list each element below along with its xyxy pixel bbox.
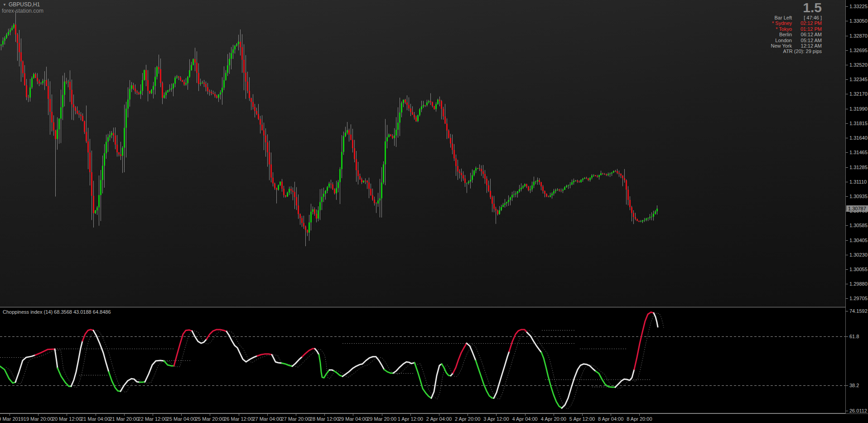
info-row-label: London xyxy=(718,38,792,43)
price-tick xyxy=(846,152,848,153)
symbol-title: GBPUSD,H1 xyxy=(9,1,40,8)
price-tick xyxy=(846,123,848,124)
price-tick xyxy=(846,411,848,411)
time-tick xyxy=(468,414,468,416)
time-tick-label: 4 Apr 20:00 xyxy=(541,416,566,422)
time-axis[interactable]: 19 Mar 201919 Mar 20:0020 Mar 12:0021 Ma… xyxy=(0,413,868,423)
time-tick-label: 27 Mar 04:00 xyxy=(252,416,282,422)
price-tick xyxy=(846,311,848,311)
time-tick-label: 20 Mar 12:00 xyxy=(52,416,82,422)
info-row: Bar Left[ 47:46 ] xyxy=(718,15,822,20)
market-info-panel: 1.5 Bar Left[ 47:46 ]* Sydney02:12 PM* T… xyxy=(718,1,822,54)
info-row: New York12:12 AM xyxy=(718,43,822,49)
price-tick-label: 1.32170 xyxy=(849,91,868,97)
time-tick-label: 2 Apr 04:00 xyxy=(426,416,452,422)
time-tick-label: 22 Mar 12:00 xyxy=(138,416,168,422)
info-row-value: 12:12 AM xyxy=(792,43,822,49)
price-tick xyxy=(846,255,848,255)
choppiness-indicator-pane[interactable] xyxy=(0,307,845,413)
info-row: * Tokyo01:12 PM xyxy=(718,26,822,32)
time-tick-label: 4 Apr 04:00 xyxy=(512,416,537,422)
time-tick-label: 21 Mar 20:00 xyxy=(109,416,139,422)
price-tick-label: 26.0112 xyxy=(849,408,867,413)
info-row-label: Berlin xyxy=(718,32,792,37)
time-tick-label: 8 Apr 20:00 xyxy=(627,416,652,422)
price-tick xyxy=(846,298,848,299)
time-tick xyxy=(382,414,382,416)
time-tick xyxy=(67,414,67,416)
price-tick-label: 1.32695 xyxy=(849,48,868,53)
price-tick xyxy=(846,269,848,270)
price-tick xyxy=(846,385,848,386)
time-tick xyxy=(439,414,439,416)
price-tick-label: 1.30585 xyxy=(849,223,868,228)
price-tick-label: 74.1592 xyxy=(849,308,868,314)
indicator-title: Choppiness index (14) 68.3568 43.0188 64… xyxy=(3,309,111,315)
price-chart-pane[interactable]: ▼ GBPUSD,H1 forex-station.com 1.5 Bar Le… xyxy=(0,0,845,307)
info-row-value: 01:12 PM xyxy=(792,26,822,32)
time-tick xyxy=(96,414,96,416)
price-tick-label: 1.32520 xyxy=(849,62,868,68)
price-tick xyxy=(846,167,848,168)
chart-window: ▼ GBPUSD,H1 forex-station.com 1.5 Bar Le… xyxy=(0,0,868,423)
price-tick xyxy=(846,284,848,284)
time-tick xyxy=(496,414,497,416)
price-tick xyxy=(846,240,848,241)
time-tick xyxy=(611,414,611,416)
info-row-label: Bar Left xyxy=(718,15,792,20)
time-tick xyxy=(639,414,640,416)
symbol-dropdown[interactable]: ▼ GBPUSD,H1 xyxy=(3,1,40,8)
chevron-down-icon: ▼ xyxy=(3,3,6,7)
price-tick-label: 1.32870 xyxy=(849,33,868,39)
price-tick-label: 61.8 xyxy=(849,334,859,339)
price-tick-label: 1.30055 xyxy=(849,267,868,272)
price-tick xyxy=(846,6,848,7)
info-row: Berlin06:12 AM xyxy=(718,32,822,37)
info-row-label: New York xyxy=(718,43,792,49)
price-tick xyxy=(846,109,848,109)
time-tick-label: 19 Mar 20:00 xyxy=(24,416,53,422)
info-row-label: * Tokyo xyxy=(718,26,792,32)
info-row: London05:12 AM xyxy=(718,38,822,43)
price-tick xyxy=(846,138,848,138)
time-tick xyxy=(324,414,325,416)
time-tick xyxy=(124,414,125,416)
current-price-box: 1.30787 xyxy=(846,205,868,212)
info-row: * Sydney02:12 PM xyxy=(718,20,822,26)
price-tick-label: 1.30230 xyxy=(849,252,868,258)
session-clock-rows: Bar Left[ 47:46 ]* Sydney02:12 PM* Tokyo… xyxy=(718,15,822,49)
time-tick-label: 25 Mar 04:00 xyxy=(167,416,196,422)
price-tick-label: 1.32345 xyxy=(849,77,868,82)
price-tick xyxy=(846,196,848,197)
time-tick-label: 28 Mar 12:00 xyxy=(310,416,339,422)
price-tick-label: 1.31285 xyxy=(849,165,868,170)
time-tick-label: 2 Apr 20:00 xyxy=(455,416,480,422)
time-tick-label: 21 Mar 04:00 xyxy=(81,416,110,422)
time-tick xyxy=(10,414,10,416)
time-tick xyxy=(38,414,39,416)
price-tick xyxy=(846,182,848,182)
time-tick-label: 27 Mar 20:00 xyxy=(281,416,311,422)
time-tick xyxy=(296,414,296,416)
info-row-label: * Sydney xyxy=(718,20,792,26)
price-axis[interactable]: 1.332251.330501.328701.326951.325201.323… xyxy=(845,0,868,413)
time-tick-label: 19 Mar 2019 xyxy=(0,416,24,422)
time-tick xyxy=(181,414,182,416)
price-tick-label: 1.33050 xyxy=(849,18,868,24)
time-tick-label: 5 Apr 12:00 xyxy=(569,416,595,422)
price-tick xyxy=(846,94,848,94)
price-tick xyxy=(846,21,848,21)
info-row-value: 06:12 AM xyxy=(792,32,822,37)
time-tick xyxy=(582,414,583,416)
time-tick-label: 25 Mar 20:00 xyxy=(195,416,225,422)
time-tick-label: 8 Apr 04:00 xyxy=(598,416,623,422)
time-tick-label: 26 Mar 12:00 xyxy=(224,416,253,422)
time-tick-label: 1 Apr 12:00 xyxy=(398,416,423,422)
price-tick-label: 1.30405 xyxy=(849,238,868,243)
price-tick-label: 1.33225 xyxy=(849,4,868,9)
price-tick-label: 1.29705 xyxy=(849,296,868,301)
time-tick xyxy=(410,414,411,416)
price-tick-label: 1.29880 xyxy=(849,281,868,287)
time-tick-label: 29 Mar 20:00 xyxy=(367,416,396,422)
price-tick-label: 1.31815 xyxy=(849,121,868,126)
